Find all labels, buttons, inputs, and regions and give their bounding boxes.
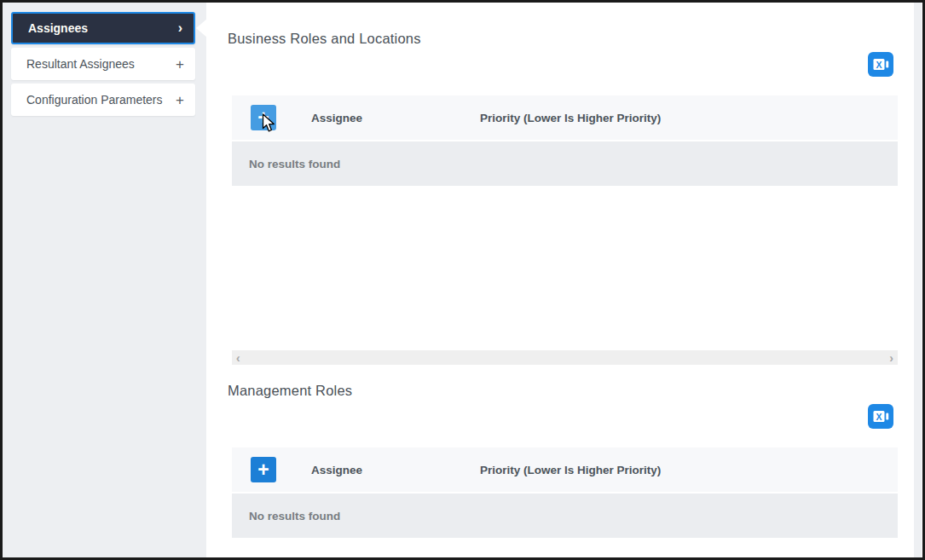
horizontal-scrollbar[interactable]: ‹ › bbox=[232, 350, 898, 365]
excel-export-button[interactable]: X bbox=[868, 52, 893, 77]
svg-text:X: X bbox=[876, 60, 882, 70]
svg-text:X: X bbox=[876, 412, 882, 422]
table-header-row: + Assignee Priority (Lower Is Higher Pri… bbox=[232, 447, 898, 492]
section-title-business-roles: Business Roles and Locations bbox=[228, 31, 421, 47]
business-roles-table: + Assignee Priority (Lower Is Higher Pri… bbox=[232, 95, 898, 186]
excel-export-icon: X bbox=[868, 52, 893, 77]
plus-icon: + bbox=[176, 57, 184, 72]
management-roles-table: + Assignee Priority (Lower Is Higher Pri… bbox=[232, 447, 898, 538]
column-header-assignee: Assignee bbox=[311, 95, 362, 140]
sidebar-item-resultant-assignees[interactable]: Resultant Assignees + bbox=[11, 48, 195, 80]
add-row-button[interactable]: + bbox=[251, 457, 276, 482]
scroll-left-arrow-icon[interactable]: ‹ bbox=[236, 352, 240, 364]
empty-results-row: No results found bbox=[232, 141, 898, 186]
plus-icon: + bbox=[176, 93, 184, 107]
excel-export-button[interactable]: X bbox=[868, 404, 893, 429]
app-window: Assignees › Resultant Assignees + Config… bbox=[0, 0, 925, 560]
column-header-assignee: Assignee bbox=[311, 447, 362, 492]
section-title-management-roles: Management Roles bbox=[228, 383, 352, 399]
sidebar-item-label: Assignees bbox=[28, 21, 88, 35]
excel-export-icon: X bbox=[868, 404, 893, 429]
table-header-row: + Assignee Priority (Lower Is Higher Pri… bbox=[232, 95, 898, 140]
scroll-right-arrow-icon[interactable]: › bbox=[889, 352, 893, 364]
chevron-right-icon: › bbox=[178, 21, 182, 35]
vertical-scrollbar-track[interactable] bbox=[914, 3, 922, 557]
empty-results-row: No results found bbox=[232, 494, 898, 538]
sidebar-item-configuration-parameters[interactable]: Configuration Parameters + bbox=[11, 84, 195, 116]
add-row-button[interactable]: + bbox=[251, 105, 276, 130]
sidebar-item-assignees[interactable]: Assignees › bbox=[11, 12, 195, 44]
main-content: Business Roles and Locations X + Assigne… bbox=[206, 3, 922, 557]
sidebar-item-label: Resultant Assignees bbox=[26, 57, 135, 71]
column-header-priority: Priority (Lower Is Higher Priority) bbox=[480, 447, 661, 492]
column-header-priority: Priority (Lower Is Higher Priority) bbox=[480, 95, 661, 140]
sidebar-item-label: Configuration Parameters bbox=[26, 93, 163, 107]
sidebar: Assignees › Resultant Assignees + Config… bbox=[3, 3, 206, 557]
